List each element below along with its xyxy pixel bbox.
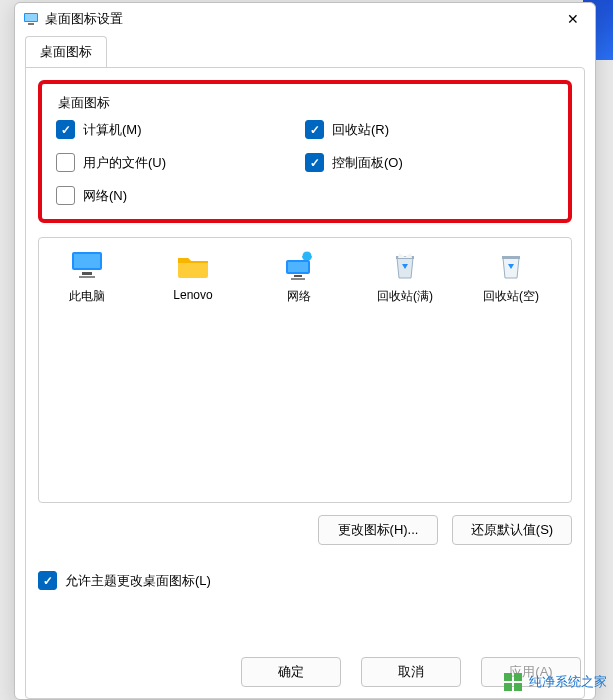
checkbox-label: 回收站(R) xyxy=(332,121,389,139)
desktop-icon-settings-dialog: 桌面图标设置 ✕ 桌面图标 桌面图标 计算机(M) 回收站(R) xyxy=(14,2,596,700)
change-icon-button[interactable]: 更改图标(H)... xyxy=(318,515,438,545)
icon-action-buttons: 更改图标(H)... 还原默认值(S) xyxy=(38,515,572,545)
restore-defaults-button[interactable]: 还原默认值(S) xyxy=(452,515,572,545)
svg-rect-1 xyxy=(25,14,37,21)
checkbox-label: 用户的文件(U) xyxy=(83,154,166,172)
checkbox-recycle-bin[interactable]: 回收站(R) xyxy=(305,120,554,139)
checkbox-label: 控制面板(O) xyxy=(332,154,403,172)
preview-network[interactable]: 网络 xyxy=(263,250,335,305)
checkbox-network[interactable]: 网络(N) xyxy=(56,186,305,205)
tab-panel: 桌面图标 计算机(M) 回收站(R) 用户的文件(U) xyxy=(25,67,585,699)
monitor-icon xyxy=(70,250,104,280)
svg-rect-11 xyxy=(291,278,305,280)
checkbox-grid: 计算机(M) 回收站(R) 用户的文件(U) 控制面板(O) xyxy=(56,120,554,205)
group-legend: 桌面图标 xyxy=(58,94,554,112)
svg-rect-15 xyxy=(514,673,522,681)
checkbox-label: 允许主题更改桌面图标(L) xyxy=(65,572,211,590)
checkbox-box xyxy=(305,120,324,139)
preview-recycle-full[interactable]: 回收站(满) xyxy=(369,250,441,305)
screen: 桌面图标设置 ✕ 桌面图标 桌面图标 计算机(M) 回收站(R) xyxy=(0,0,613,700)
tabstrip: 桌面图标 xyxy=(15,35,595,67)
preview-label: 网络 xyxy=(287,288,311,305)
preview-label: Lenovo xyxy=(173,288,212,302)
watermark: 纯净系统之家 xyxy=(497,670,613,694)
checkbox-label: 网络(N) xyxy=(83,187,127,205)
preview-label: 回收站(空) xyxy=(483,288,539,305)
checkbox-label: 计算机(M) xyxy=(83,121,142,139)
svg-rect-5 xyxy=(82,272,92,275)
ok-button[interactable]: 确定 xyxy=(241,657,341,687)
checkbox-box xyxy=(56,153,75,172)
icon-preview-list[interactable]: 此电脑 Lenovo 网络 xyxy=(38,237,572,503)
checkbox-box xyxy=(56,120,75,139)
preview-lenovo-folder[interactable]: Lenovo xyxy=(157,250,229,302)
svg-rect-10 xyxy=(294,275,302,277)
svg-rect-2 xyxy=(28,23,34,25)
checkbox-computer[interactable]: 计算机(M) xyxy=(56,120,305,139)
window-title: 桌面图标设置 xyxy=(45,10,559,28)
svg-rect-6 xyxy=(79,276,95,278)
highlight-box: 桌面图标 计算机(M) 回收站(R) 用户的文件(U) xyxy=(38,80,572,223)
watermark-text: 纯净系统之家 xyxy=(529,673,607,691)
tab-desktop-icons[interactable]: 桌面图标 xyxy=(25,36,107,68)
svg-rect-14 xyxy=(504,673,512,681)
preview-recycle-empty[interactable]: 回收站(空) xyxy=(475,250,547,305)
close-button[interactable]: ✕ xyxy=(559,11,587,27)
allow-theme-checkbox[interactable]: 允许主题更改桌面图标(L) xyxy=(38,571,572,590)
checkbox-user-files[interactable]: 用户的文件(U) xyxy=(56,153,305,172)
svg-rect-13 xyxy=(502,256,520,259)
svg-rect-16 xyxy=(504,683,512,691)
folder-icon xyxy=(176,250,210,280)
preview-label: 回收站(满) xyxy=(377,288,433,305)
cancel-button[interactable]: 取消 xyxy=(361,657,461,687)
app-icon xyxy=(23,11,39,27)
checkbox-box xyxy=(305,153,324,172)
svg-rect-4 xyxy=(74,254,100,268)
preview-label: 此电脑 xyxy=(69,288,105,305)
checkbox-box xyxy=(38,571,57,590)
svg-rect-9 xyxy=(288,262,308,272)
recycle-full-icon xyxy=(388,250,422,280)
checkbox-box xyxy=(56,186,75,205)
titlebar: 桌面图标设置 ✕ xyxy=(15,3,595,35)
watermark-logo-icon xyxy=(503,672,523,692)
checkbox-control-panel[interactable]: 控制面板(O) xyxy=(305,153,554,172)
tab-label: 桌面图标 xyxy=(40,44,92,59)
network-icon xyxy=(282,250,316,280)
recycle-empty-icon xyxy=(494,250,528,280)
preview-this-pc[interactable]: 此电脑 xyxy=(51,250,123,305)
svg-rect-17 xyxy=(514,683,522,691)
